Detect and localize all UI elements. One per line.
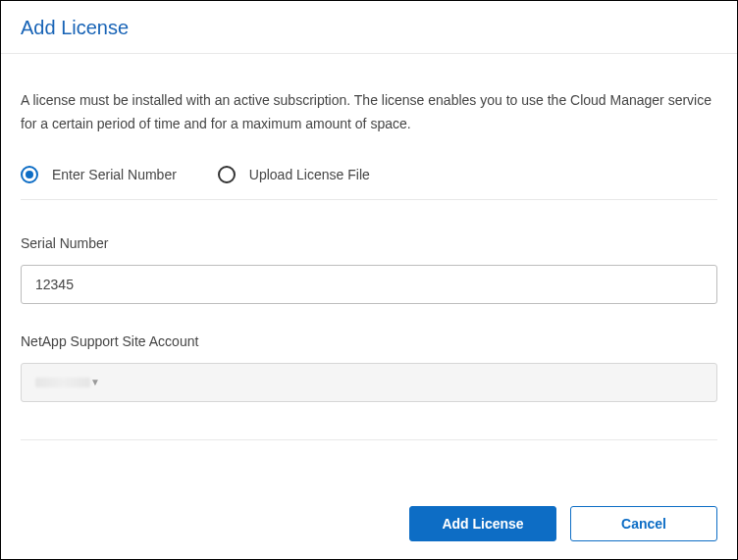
cancel-button[interactable]: Cancel [570,506,717,541]
dialog-content: A license must be installed with an acti… [1,54,737,490]
dialog-description: A license must be installed with an acti… [21,89,717,136]
radio-enter-serial-label: Enter Serial Number [52,167,177,182]
serial-number-field-group: Serial Number [21,235,717,304]
dialog-footer: Add License Cancel [1,490,737,559]
nss-account-value [35,378,90,387]
serial-number-input[interactable] [21,265,717,304]
dialog-title: Add License [21,17,717,39]
nss-account-label: NetApp Support Site Account [21,333,717,349]
license-method-radio-group: Enter Serial Number Upload License File [21,166,717,200]
chevron-down-icon: ▼ [90,377,100,387]
nss-account-select[interactable]: ▼ [21,363,717,402]
nss-account-field-group: NetApp Support Site Account ▼ [21,333,717,402]
add-license-button[interactable]: Add License [409,506,556,541]
radio-button-icon [21,166,38,183]
radio-upload-file-label: Upload License File [249,167,370,182]
footer-divider [21,439,717,440]
serial-number-label: Serial Number [21,235,717,251]
dialog-header: Add License [1,1,737,54]
radio-enter-serial[interactable]: Enter Serial Number [21,166,177,183]
radio-upload-file[interactable]: Upload License File [218,166,370,183]
radio-button-icon [218,166,236,183]
